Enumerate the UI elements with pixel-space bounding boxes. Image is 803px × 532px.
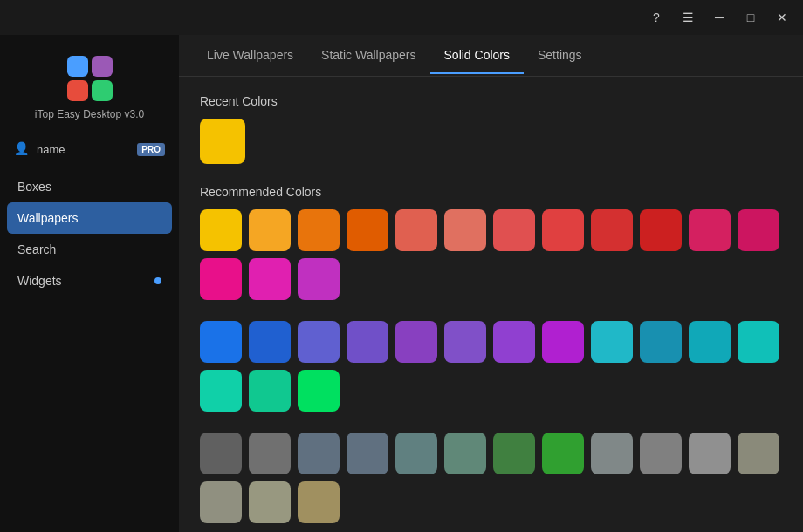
rec-color-1-12[interactable] (738, 209, 779, 251)
color-panel: Recent Colors Recommended Colors (179, 77, 803, 532)
rec-color-3-6[interactable] (444, 433, 486, 474)
content-area: Live Wallpapers Static Wallpapers Solid … (179, 35, 803, 532)
tab-settings[interactable]: Settings (524, 38, 596, 74)
rec-color-3-8[interactable] (542, 433, 584, 474)
recommended-row1 (200, 209, 782, 300)
help-button[interactable]: ? (642, 3, 670, 31)
recommended-row2 (200, 321, 782, 412)
menu-button[interactable]: ☰ (674, 3, 702, 31)
rec-color-2-2[interactable] (249, 321, 291, 363)
user-row: 👤 name PRO (0, 134, 179, 164)
rec-color-1-3[interactable] (298, 209, 340, 251)
rec-color-3-4[interactable] (347, 433, 388, 474)
rec-color-2-1[interactable] (200, 321, 242, 363)
rec-color-1-7[interactable] (493, 209, 535, 251)
rec-color-2-4[interactable] (347, 321, 388, 363)
rec-color-1-9[interactable] (591, 209, 633, 251)
rec-color-2-15[interactable] (298, 370, 340, 412)
user-icon: 👤 (14, 141, 30, 157)
rec-color-1-5[interactable] (395, 209, 437, 251)
logo-square-tl (67, 56, 88, 77)
tab-static-wallpapers[interactable]: Static Wallpapers (307, 38, 429, 74)
pro-badge: PRO (137, 143, 165, 156)
user-name: name (37, 143, 65, 156)
rec-color-2-6[interactable] (444, 321, 486, 363)
rec-color-1-10[interactable] (640, 209, 682, 251)
rec-color-3-1[interactable] (200, 433, 242, 474)
recommended-row3 (200, 433, 782, 523)
rec-color-2-14[interactable] (249, 370, 291, 412)
rec-color-3-3[interactable] (298, 433, 340, 474)
tab-live-wallpapers[interactable]: Live Wallpapers (193, 38, 307, 74)
rec-color-2-8[interactable] (542, 321, 584, 363)
rec-color-1-8[interactable] (542, 209, 584, 251)
rec-color-1-14[interactable] (249, 258, 291, 300)
rec-color-1-11[interactable] (689, 209, 731, 251)
rec-color-1-2[interactable] (249, 209, 291, 251)
widgets-label: Widgets (17, 274, 62, 288)
rec-color-2-7[interactable] (493, 321, 535, 363)
rec-color-2-9[interactable] (591, 321, 633, 363)
maximize-button[interactable]: □ (737, 3, 765, 31)
boxes-label: Boxes (17, 180, 51, 194)
rec-color-3-9[interactable] (591, 433, 633, 474)
logo-square-br (92, 80, 113, 101)
sidebar: iTop Easy Desktop v3.0 👤 name PRO Boxes … (0, 35, 179, 532)
rec-color-2-3[interactable] (298, 321, 340, 363)
tab-solid-colors[interactable]: Solid Colors (430, 38, 524, 74)
recent-color-1[interactable] (200, 119, 245, 164)
rec-color-2-5[interactable] (395, 321, 437, 363)
rec-color-3-12[interactable] (738, 433, 779, 474)
rec-color-3-14[interactable] (249, 481, 291, 523)
sidebar-item-wallpapers[interactable]: Wallpapers (7, 202, 172, 234)
titlebar: ? ☰ ─ □ ✕ (0, 0, 803, 35)
rec-color-3-10[interactable] (640, 433, 682, 474)
rec-color-2-11[interactable] (689, 321, 731, 363)
rec-color-1-15[interactable] (298, 258, 340, 300)
sidebar-item-search[interactable]: Search (7, 234, 172, 265)
logo-square-tr (92, 56, 113, 77)
logo-square-bl (67, 80, 88, 101)
tab-bar: Live Wallpapers Static Wallpapers Solid … (179, 35, 803, 77)
rec-color-3-15[interactable] (298, 481, 340, 523)
rec-color-1-4[interactable] (347, 209, 388, 251)
rec-color-2-12[interactable] (738, 321, 779, 363)
sidebar-item-boxes[interactable]: Boxes (7, 171, 172, 202)
rec-color-3-13[interactable] (200, 481, 242, 523)
rec-color-3-5[interactable] (395, 433, 437, 474)
search-label: Search (17, 242, 56, 256)
rec-color-2-13[interactable] (200, 370, 242, 412)
app-logo (67, 56, 113, 101)
recent-colors-title: Recent Colors (200, 94, 782, 108)
app-name: iTop Easy Desktop v3.0 (35, 108, 144, 120)
sidebar-logo: iTop Easy Desktop v3.0 (0, 49, 179, 134)
rec-color-2-10[interactable] (640, 321, 682, 363)
sidebar-item-widgets[interactable]: Widgets (7, 265, 172, 297)
recommended-colors-title: Recommended Colors (200, 185, 782, 199)
rec-color-3-7[interactable] (493, 433, 535, 474)
recent-colors-grid (200, 119, 782, 164)
widgets-dot (154, 277, 161, 284)
rec-color-3-11[interactable] (689, 433, 731, 474)
wallpapers-label: Wallpapers (17, 211, 79, 225)
close-button[interactable]: ✕ (768, 3, 796, 31)
rec-color-3-2[interactable] (249, 433, 291, 474)
rec-color-1-13[interactable] (200, 258, 242, 300)
rec-color-1-1[interactable] (200, 209, 242, 251)
rec-color-1-6[interactable] (444, 209, 486, 251)
minimize-button[interactable]: ─ (705, 3, 733, 31)
sidebar-nav: Boxes Wallpapers Search Widgets (0, 171, 179, 297)
main-layout: iTop Easy Desktop v3.0 👤 name PRO Boxes … (0, 35, 803, 532)
